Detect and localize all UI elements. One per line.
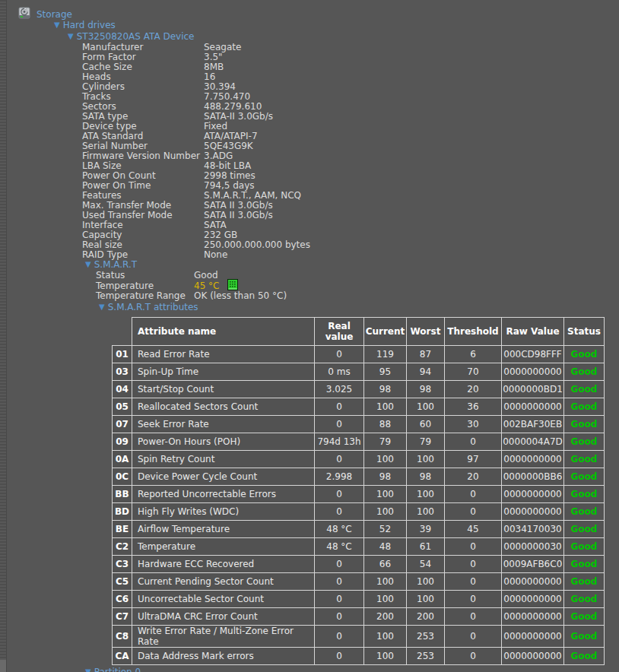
tree-item-smart-attributes[interactable]: ▼S.M.A.R.T attributes (99, 302, 619, 314)
table-row: 0A Spin Retry Count 0 100 100 97 0000000… (113, 450, 605, 468)
attribute-worst: 94 (407, 363, 445, 380)
attribute-current: 88 (364, 415, 407, 433)
property-row: Cylinders 30.394 (82, 82, 619, 92)
table-row: C2 Temperature 48 °C 48 61 0 0000000030 … (113, 537, 605, 555)
attribute-raw-value: 0000000000 (502, 647, 564, 664)
table-row: 03 Spin-Up Time 0 ms 95 94 70 0000000000… (113, 363, 605, 380)
tree-item-hard-drives[interactable]: ▼Hard drives (54, 21, 619, 31)
attribute-threshold: 70 (445, 363, 502, 380)
attribute-worst: 60 (407, 415, 445, 433)
attribute-threshold: 0 (445, 607, 502, 625)
attribute-real-value: 0 (315, 502, 364, 520)
attribute-status: Good (564, 433, 605, 450)
chevron-down-icon: ▼ (54, 20, 60, 30)
table-row: 09 Power-On Hours (POH) 794d 13h 79 79 0… (113, 433, 605, 450)
attribute-worst: 100 (407, 502, 445, 520)
attribute-name: Start/Stop Count (132, 380, 315, 398)
attribute-status: Good (564, 625, 605, 647)
attribute-threshold: 36 (445, 398, 502, 415)
attribute-id: C6 (113, 590, 132, 607)
property-row: ATA Standard ATA/ATAPI-7 (82, 132, 619, 141)
attribute-worst: 100 (407, 485, 445, 502)
property-row: RAID Type None (82, 250, 619, 260)
table-row: C8 Write Error Rate / Multi-Zone Error R… (113, 625, 605, 647)
attribute-id: C7 (113, 607, 132, 625)
chevron-down-icon: ▼ (99, 302, 105, 312)
tree-item-storage[interactable]: Storage (18, 8, 619, 21)
attribute-raw-value: 0000000000 (502, 485, 564, 502)
property-row: Firmware Version Number 3.ADG (82, 151, 619, 161)
table-row: 01 Read Error Rate 0 119 87 6 000CD98FFF… (113, 345, 605, 363)
attribute-current: 100 (364, 502, 407, 520)
attribute-status: Good (564, 468, 605, 485)
attribute-status: Good (564, 485, 605, 502)
attribute-threshold: 20 (445, 468, 502, 485)
attribute-worst: 100 (407, 450, 445, 468)
smart-property-row: Status Good (96, 271, 619, 281)
attribute-id: 05 (113, 398, 132, 415)
attribute-current: 66 (364, 555, 407, 572)
attribute-id: BB (113, 485, 132, 502)
attribute-threshold: 0 (445, 555, 502, 572)
attribute-real-value: 0 (315, 398, 364, 415)
attribute-threshold: 0 (445, 572, 502, 590)
attribute-status: Good (564, 572, 605, 590)
attribute-real-value: 0 (315, 415, 364, 433)
tree-item-label[interactable]: Hard drives (63, 20, 116, 30)
attribute-status: Good (564, 380, 605, 398)
attribute-id: C8 (113, 625, 132, 647)
column-header-status: Status (564, 317, 605, 345)
attribute-worst: 98 (407, 468, 445, 485)
attribute-status: Good (564, 647, 605, 664)
property-value: 45 °C (194, 281, 219, 291)
tree-item-label[interactable]: S.M.A.R.T attributes (108, 302, 198, 312)
tree-item-label[interactable]: Partition 0 (94, 667, 141, 672)
attribute-worst: 200 (407, 607, 445, 625)
property-row: Manufacturer Seagate (82, 43, 619, 52)
property-row: Power On Count 2998 times (82, 171, 619, 181)
attribute-threshold: 0 (445, 537, 502, 555)
smart-property-row: Temperature Range OK (less than 50 °C) (96, 291, 619, 302)
attribute-threshold: 0 (445, 590, 502, 607)
tree-item-label[interactable]: ST3250820AS ATA Device (77, 31, 195, 42)
column-header-attribute-name: Attribute name (132, 317, 315, 345)
attribute-status: Good (564, 398, 605, 415)
attribute-name: Reallocated Sectors Count (132, 398, 315, 415)
attribute-real-value: 2.998 (315, 468, 364, 485)
attribute-worst: 100 (407, 572, 445, 590)
attribute-name: Uncorrectable Sector Count (132, 590, 315, 607)
attribute-status: Good (564, 537, 605, 555)
property-row: LBA Size 48-bit LBA (82, 161, 619, 171)
attribute-status: Good (564, 520, 605, 537)
attribute-real-value: 0 ms (315, 363, 364, 380)
attribute-status: Good (564, 415, 605, 433)
attribute-threshold: 6 (445, 345, 502, 363)
attribute-name: Data Address Mark errors (132, 647, 315, 664)
property-label: Status (96, 271, 194, 281)
property-value: OK (less than 50 °C) (194, 291, 287, 301)
tree-item-device[interactable]: ▼ST3250820AS ATA Device (68, 31, 619, 43)
attribute-threshold: 0 (445, 647, 502, 664)
table-row: 07 Seek Error Rate 0 88 60 30 002BAF30EB… (113, 415, 605, 433)
table-row: C7 UltraDMA CRC Error Count 0 200 200 0 … (113, 607, 605, 625)
attribute-name: Spin-Up Time (132, 363, 315, 380)
attribute-raw-value: 0000000000 (502, 363, 564, 380)
attribute-current: 100 (364, 647, 407, 664)
tree-item-smart[interactable]: ▼S.M.A.R.T (85, 260, 619, 271)
tree-item-label[interactable]: Storage (37, 9, 72, 20)
attribute-real-value: 0 (315, 590, 364, 607)
attribute-worst: 253 (407, 647, 445, 664)
attribute-status: Good (564, 450, 605, 468)
attribute-current: 98 (364, 468, 407, 485)
property-row: Power On Time 794,5 days (82, 181, 619, 191)
attribute-status: Good (564, 607, 605, 625)
table-row: 05 Reallocated Sectors Count 0 100 100 3… (113, 398, 605, 415)
attribute-id: CA (113, 647, 132, 664)
attribute-raw-value: 000CD98FFF (502, 345, 564, 363)
attribute-id: BE (113, 520, 132, 537)
tree-item-partition-0[interactable]: ▼Partition 0 (85, 667, 619, 672)
property-row: Real size 250.000.000.000 bytes (82, 240, 619, 250)
attribute-raw-value: 0000000BD1 (502, 380, 564, 398)
attribute-name: Current Pending Sector Count (132, 572, 315, 590)
tree-item-label[interactable]: S.M.A.R.T (94, 259, 137, 270)
